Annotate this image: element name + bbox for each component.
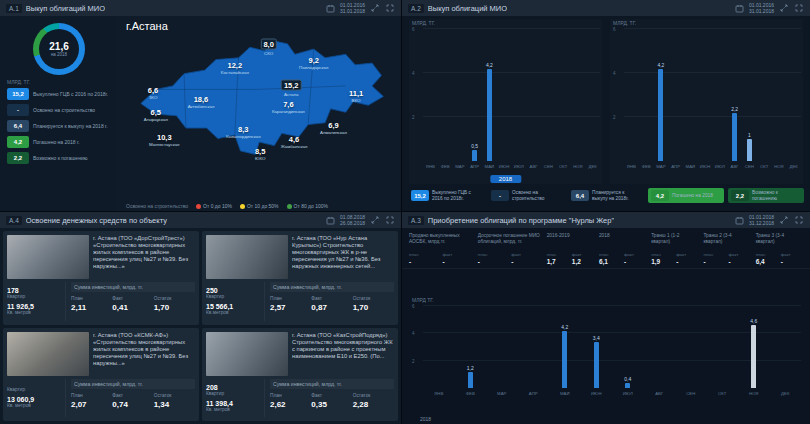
calendar-icon[interactable] xyxy=(325,215,336,226)
date-range[interactable]: 01.08.2018 26.08.2018 xyxy=(340,214,365,226)
bar-АВГ[interactable]: 2,2 xyxy=(732,113,737,161)
legend-value-box: - xyxy=(491,190,509,201)
expand-icon[interactable] xyxy=(369,3,380,14)
date-range[interactable]: 01.01.2016 31.01.2018 xyxy=(749,2,774,14)
legend-item-bought[interactable]: 15,2 Выкуплено ГЦБ с 2016 по 2018г. xyxy=(408,188,484,203)
date-to[interactable]: 31.01.2018 xyxy=(340,8,365,14)
fullscreen-icon[interactable] xyxy=(793,215,804,226)
date-range[interactable]: 01.01.2018 31.12.2018 xyxy=(749,214,774,226)
expand-icon[interactable] xyxy=(369,215,380,226)
bar-СЕН[interactable]: 1 xyxy=(747,139,752,161)
map-region-Астана[interactable]: 15,2Астана xyxy=(281,73,302,96)
legend-item-repaid[interactable]: 4,2 Погашено на 2018 xyxy=(648,188,724,203)
rest-value: 1,70 xyxy=(154,303,195,312)
fullscreen-icon[interactable] xyxy=(384,3,395,14)
map-region-ЮКО[interactable]: 8,5ЮКО xyxy=(255,147,265,161)
area-value: 11 398,4 xyxy=(206,400,264,407)
bar-НОЯ[interactable]: 4,6 xyxy=(751,325,756,388)
date-range[interactable]: 01.01.2016 31.01.2018 xyxy=(340,2,365,14)
total-donut-gauge[interactable]: 21,6 на 2018 xyxy=(33,23,85,75)
plan-value: 1,7 xyxy=(547,258,569,265)
map-region-Жамбылская[interactable]: 4,6Жамбылская xyxy=(281,135,308,149)
fact-label: факт xyxy=(676,252,698,257)
bar-МАЙ[interactable]: 4,2 xyxy=(487,69,492,161)
map-region-СКО[interactable]: 8,0СКО xyxy=(260,32,276,55)
investment-header: Сумма инвестиций, млрд. тг. xyxy=(270,282,394,292)
map-region-Мангистауская[interactable]: 10,3Мангистауская xyxy=(149,133,179,147)
year-2018-button[interactable]: 2018 xyxy=(490,175,521,183)
map-region-Алматинская[interactable]: 6,9Алматинская xyxy=(320,121,347,135)
bar-ИЮН[interactable]: 3,4 xyxy=(594,342,599,388)
legend-item-possible[interactable]: 2,2 Возможно к погашению xyxy=(728,188,804,203)
bar-АПР[interactable]: 0,5 xyxy=(472,150,477,161)
region-value: 6,9 xyxy=(320,121,347,130)
column-header: Транш 1 (1-2 квартал) xyxy=(651,233,698,250)
bar-column-МАЙ: 4,2 xyxy=(549,306,581,388)
bar-column-ДЕК xyxy=(770,306,802,388)
map-region-Кызылординская[interactable]: 8,3Кызылординская xyxy=(226,125,261,139)
legend-label: Планируется к выкупу на 2018г. xyxy=(592,190,641,201)
project-card-2[interactable]: г. Астана (ТОО «Нур Астана Курылыс») Стр… xyxy=(202,231,398,325)
calendar-icon[interactable] xyxy=(734,215,745,226)
bar-ФЕВ[interactable]: 1,2 xyxy=(468,372,473,388)
fullscreen-icon[interactable] xyxy=(384,215,395,226)
fact-label: Факт xyxy=(311,296,352,301)
legend-value-box: 4,2 xyxy=(651,190,669,201)
date-to[interactable]: 31.01.2018 xyxy=(749,8,774,14)
legend-item-developed[interactable]: - Освоено на строительство xyxy=(7,104,111,116)
region-name: Костанайская xyxy=(221,70,249,75)
legend-item-planned[interactable]: 6,4 Планируется к выкупу на 2018г. xyxy=(568,188,644,203)
rest-value: 2,28 xyxy=(353,400,394,409)
legend-item-repaid[interactable]: 4,2 Погашено на 2018 г. xyxy=(7,136,111,148)
apartments-value: 178 xyxy=(7,287,65,294)
map-region-ВКО[interactable]: 11,1ВКО xyxy=(349,89,363,103)
expand-icon[interactable] xyxy=(778,215,789,226)
legend-item-planned[interactable]: 6,4 Планируется к выкупу на 2018 г. xyxy=(7,120,111,132)
map-region-Актюбинская[interactable]: 18,6Актюбинская xyxy=(188,95,215,109)
legend-item-developed[interactable]: - Освоено на строительство xyxy=(488,188,564,203)
bar-chart-right-box: МЛРД. ТГ. 2464,22,21ЯНВФЕВМАРАПРМАЙИЮНИЮ… xyxy=(610,19,803,184)
fact-label: Факт xyxy=(311,393,352,398)
project-cards-grid: г. Астана (ТОО «ДорСтройТрест») «Строите… xyxy=(3,231,398,421)
date-to[interactable]: 31.12.2018 xyxy=(749,220,774,226)
region-value: 6,5 xyxy=(144,108,168,117)
map-region-Павлодарская[interactable]: 9,2Павлодарская xyxy=(299,56,328,70)
apartments-value: 250 xyxy=(206,287,264,294)
bar-column-АПР: 0,5 xyxy=(467,29,482,161)
legend-value-box: 15,2 xyxy=(7,88,29,100)
project-photo xyxy=(7,332,89,376)
project-card-3[interactable]: г. Астана (ТОО «КСМК-АФ») «Строительство… xyxy=(3,328,199,422)
calendar-icon[interactable] xyxy=(734,3,745,14)
map-region-Карагандинская[interactable]: 7,6Карагандинская xyxy=(272,100,305,114)
plan-label: План xyxy=(71,393,112,398)
x-axis: ЯНВФЕВМАРАПРМАЙИЮНИЮЛАВГСЕНОКТНОЯДЕК xyxy=(423,389,801,398)
bar-МАР[interactable]: 4,2 xyxy=(658,69,663,161)
panel-code: A.1 xyxy=(6,4,22,13)
panel-a2-header: A.2 Выкуп облигаций МИО 01.01.2016 31.01… xyxy=(402,0,810,16)
fact-label: факт xyxy=(624,252,646,257)
date-to[interactable]: 26.08.2018 xyxy=(340,220,365,226)
investment-header: Сумма инвестиций, млрд. тг. xyxy=(71,282,195,292)
map-region-Атырауская[interactable]: 6,5Атырауская xyxy=(144,108,168,122)
legend-item-bought[interactable]: 15,2 Выкуплено ГЦБ с 2016 по 2018г. xyxy=(7,88,111,100)
map-region-ЗКО[interactable]: 6,6ЗКО xyxy=(148,86,158,100)
x-tick-АПР: АПР xyxy=(467,162,482,171)
legend-item-possible[interactable]: 2,2 Возможно к погашению xyxy=(7,152,111,164)
year-axis-label: 2018 xyxy=(420,416,431,422)
fact-value: 0,87 xyxy=(311,303,352,312)
bar-value-label: 0,4 xyxy=(624,376,631,382)
expand-icon[interactable] xyxy=(778,3,789,14)
map-region-labels: 8,0СКО12,2Костанайская9,2Павлодарская15,… xyxy=(122,28,401,186)
fullscreen-icon[interactable] xyxy=(793,3,804,14)
project-card-4[interactable]: г. Астана (ТОО «КазСтройПодряд») Строите… xyxy=(202,328,398,422)
bar-МАЙ[interactable]: 4,2 xyxy=(562,331,567,388)
map-region-Костанайская[interactable]: 12,2Костанайская xyxy=(221,61,249,75)
calendar-icon[interactable] xyxy=(325,3,336,14)
plan-label: план xyxy=(409,252,439,257)
project-photo xyxy=(206,332,288,376)
project-card-1[interactable]: г. Астана (ТОО «ДорСтройТрест») «Строите… xyxy=(3,231,199,325)
bar-column-МАЙ: 4,2 xyxy=(482,29,497,161)
plan-value: 1,9 xyxy=(651,258,673,265)
bar-ИЮЛ[interactable]: 0,4 xyxy=(625,383,630,388)
x-tick-АВГ: АВГ xyxy=(727,162,742,171)
